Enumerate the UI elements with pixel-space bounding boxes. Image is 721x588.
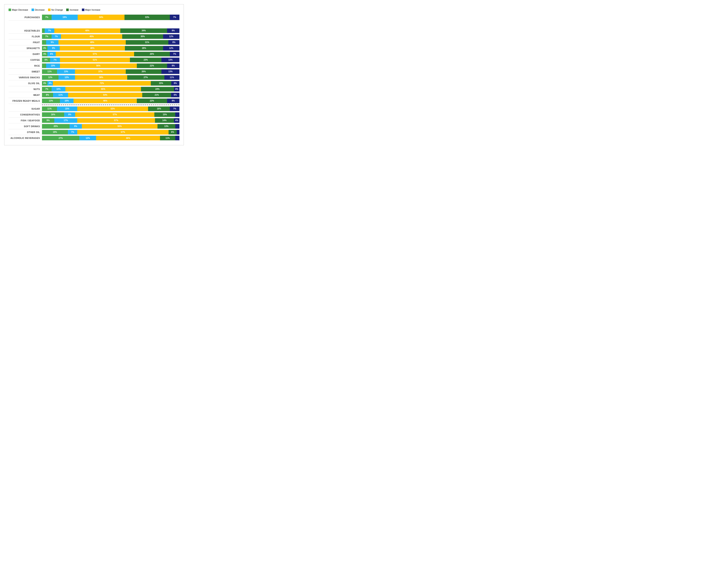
bar-segment-major-increase: 9% [167,99,180,103]
bar-segment-no-change: 55% [82,124,158,129]
bar-segment-no-change: 52% [77,106,148,111]
bar-segment-no-change: 72% [53,81,151,86]
bar-segment-decrease: 6% [47,52,56,56]
row-label: FROZEN READY MEALS [8,100,42,102]
bar-segment-major-increase [175,112,180,117]
bar-segment-no-change: 55% [65,87,141,91]
bar-segment-major-increase: 9% [167,63,180,68]
bar-segment-decrease: 7% [68,130,78,134]
bar-segment-no-change: 57% [56,52,134,56]
bar-segment-major-increase: 13% [162,58,180,62]
bar-segment-increase: 26% [126,69,162,74]
row-label: CONSERVATIVES [8,113,42,116]
bar: 8%11%54%21%6% [42,93,180,97]
bar: 27%12%46%11% [42,136,180,140]
bar-segment-major-decrease: 19% [42,130,68,134]
bar-segment-major-increase: 6% [171,81,180,86]
bar-segment-decrease: 4% [47,81,53,86]
major-increase-color [82,8,84,11]
bar-segment-decrease: 10% [52,87,65,91]
bar-segment-major-decrease [42,63,46,68]
chart-row: FROZEN READY MEALS13%10%46%22%9% [8,98,180,104]
bar: 6%7%51%23%13% [42,58,180,62]
bar-segment-increase: 6% [168,130,177,134]
chart-row: FLOUR7%7%45%30%12% [8,34,180,40]
bar-segment-major-decrease: 11% [42,106,57,111]
row-label: SUGAR [8,107,42,110]
bar-segment-increase: 15% [154,112,175,117]
bar-segment-increase: 30% [122,34,163,39]
bar-segment-increase: 13% [158,124,176,129]
bar-segment-decrease: 7% [50,58,60,62]
bar-segment-increase: 27% [127,75,164,80]
bar-segment-major-increase [175,136,180,140]
chart-row: RICE10%56%22%9% [8,63,180,69]
bar: 13%10%46%22%9% [42,99,180,103]
bar: 11%13%37%26%13% [42,69,180,74]
bar-segment-no-change: 34% [78,15,124,20]
bar-segment-major-decrease: 9% [42,118,54,123]
bar-segment-major-decrease: 7% [42,34,52,39]
bar-segment-no-change: 57% [75,112,154,117]
bar-segment-major-increase: 12% [163,34,180,39]
row-label: SPAGHETTI [8,47,42,49]
bar-segment-no-change: 67% [77,130,168,134]
bar-segment-major-increase: 7% [170,15,180,20]
bar-segment-increase: 23% [130,58,162,62]
chart-row: SOFT DRINKS20%9%55%13% [8,123,180,129]
bar-segment-major-decrease: 7% [42,87,52,91]
row-label: OTHER OIL [8,131,42,133]
bar-segment-decrease: 8% [64,112,75,117]
bar-segment-decrease: 11% [53,93,68,97]
bar-segment-major-increase: 12% [163,46,180,50]
bar-segment-major-increase [177,130,180,134]
bar-segment-increase: 11% [160,136,175,140]
chart-row: SPAGHETTI4%9%48%28%12% [8,45,180,51]
bar-segment-major-decrease: 12% [42,75,59,80]
row-label: DAIRY [8,53,42,55]
bar-segment-decrease: 13% [57,69,75,74]
bar-segment-decrease: 9% [69,124,82,129]
legend-major-decrease-label: Major Decrease [12,8,28,11]
row-label: FLOUR [8,35,42,38]
dashed-divider [42,105,180,105]
row-label: SWEET [8,70,42,73]
bar-segment-major-decrease: 4% [42,46,47,50]
bar-segment-decrease: 10% [60,99,74,103]
bar-segment-no-change: 45% [61,34,122,39]
bar-segment-no-change: 54% [68,93,142,97]
chart-row: FISH / SEAFOOD9%17%57%14%4% [8,118,180,123]
bar: 7%48%34%9% [42,28,180,33]
legend-major-decrease: Major Decrease [8,8,28,11]
bar-segment-no-change: 51% [60,58,130,62]
bar-segment-decrease: 10% [46,63,60,68]
bar-segment-decrease: 7% [45,28,54,33]
bar-segment-major-increase: 8% [168,40,180,45]
chart-row: VEGETABLES7%48%34%9% [8,28,180,34]
chart-row: SUGAR11%15%52%16%7% [8,106,180,112]
row-label: PURCHASES [8,16,42,19]
chart-row: ALCOHOLIC BEVERAGES27%12%46%11% [8,135,180,141]
chart-row: DAIRY4%6%57%26%7% [8,51,180,57]
bar-segment-increase: 15% [151,81,171,86]
bar-segment-major-increase: 4% [174,118,180,123]
chart-row: OLIVE OIL4%4%72%15%6% [8,80,180,86]
bar-segment-major-increase: 9% [167,28,180,33]
bar: 4%9%48%28%12% [42,46,180,50]
bar-segment-major-increase: 4% [174,87,180,91]
chart-rows: PURCHASES7%19%34%33%7%VEGETABLES7%48%34%… [8,14,180,141]
bar-segment-increase: 22% [137,63,167,68]
bar-segment-no-change: 56% [60,63,137,68]
decrease-color [32,8,34,11]
legend-no-change-label: No Change [52,8,63,11]
bar: 16%8%57%15% [42,112,180,117]
row-label: RICE [8,64,42,67]
bar-segment-major-increase: 6% [171,93,179,97]
bar-segment-major-decrease: 6% [42,58,50,62]
bar: 7%10%55%24%4% [42,87,180,91]
row-label: OLIVE OIL [8,82,42,85]
chart-row: MEAT8%11%54%21%6% [8,92,180,98]
bar-segment-major-increase: 7% [170,52,180,56]
bar-segment-increase: 16% [148,106,170,111]
bar-segment-major-increase: 11% [164,75,180,80]
